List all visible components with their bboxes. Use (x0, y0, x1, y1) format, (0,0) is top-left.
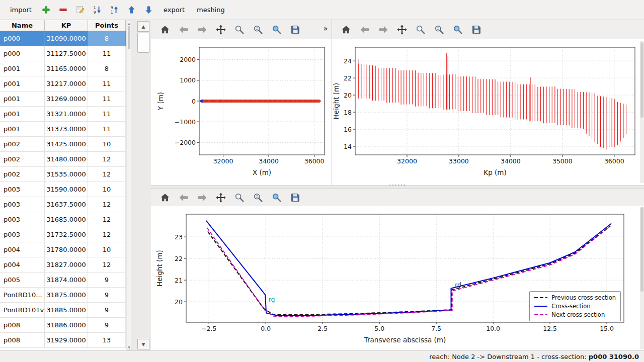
table-row[interactable]: p00331590.000010 (0, 182, 126, 197)
home-button[interactable] (158, 23, 172, 37)
pan-button[interactable] (214, 23, 228, 37)
svg-text:23: 23 (175, 233, 183, 241)
edit-parameters-button[interactable] (451, 23, 465, 37)
add-section-button[interactable] (39, 3, 54, 17)
profile-scrollbar[interactable] (640, 41, 644, 183)
table-row[interactable]: p00331732.500012 (0, 227, 126, 242)
save-button[interactable] (288, 191, 302, 205)
column-header-name[interactable]: Name (0, 20, 45, 31)
back-icon (178, 192, 189, 203)
back-button[interactable] (177, 23, 191, 37)
cell-name: p001 (0, 92, 45, 107)
pan-button[interactable] (214, 191, 228, 205)
toolbar-overflow-button[interactable]: » (321, 24, 330, 33)
scroll-up-button[interactable]: ▲ (137, 21, 149, 32)
table-row[interactable]: p00231535.000012 (0, 167, 126, 182)
svg-text:33000: 33000 (449, 157, 469, 165)
table-row[interactable]: p00231425.000010 (0, 137, 126, 152)
move-up-button[interactable] (124, 3, 139, 17)
status-text: reach: Node 2 -> Downstream 1 - cross-se… (429, 353, 589, 360)
svg-text:15.0: 15.0 (600, 325, 614, 332)
save-button[interactable] (469, 23, 484, 37)
edit-section-button[interactable] (73, 3, 88, 17)
zoom-button[interactable] (232, 191, 247, 205)
forward-button[interactable] (376, 23, 390, 37)
table-row[interactable]: p00031090.00008 (0, 31, 126, 46)
table-scrollbar-thumb[interactable] (128, 26, 130, 49)
forward-button[interactable] (195, 23, 209, 37)
scroll-down-arrow-icon[interactable]: ▼ (127, 345, 131, 349)
pan-button[interactable] (395, 23, 409, 37)
table-row[interactable]: p00331685.000012 (0, 212, 126, 227)
home-icon (159, 192, 171, 203)
configure-subplots-button[interactable] (251, 191, 265, 205)
table-row[interactable]: p00431780.000010 (0, 242, 126, 257)
cell-name: p003 (0, 227, 45, 242)
svg-text:−1000: −1000 (175, 118, 196, 126)
forward-button[interactable] (195, 191, 209, 205)
svg-text:22: 22 (175, 255, 183, 262)
longitudinal-profile-chart[interactable]: 3200033000340003500036000141618202224Kp … (332, 39, 644, 185)
meshing-button[interactable]: meshing (192, 4, 230, 16)
svg-text:−2000: −2000 (175, 139, 196, 146)
import-button[interactable]: import (5, 4, 37, 16)
remove-section-button[interactable] (56, 3, 71, 17)
edit-parameters-button[interactable] (270, 23, 284, 37)
cross-section-nav-toolbar (151, 189, 644, 206)
panel-scrollbar-thumb[interactable] (137, 33, 149, 53)
move-down-button[interactable] (141, 3, 156, 17)
save-button[interactable] (288, 23, 302, 37)
plan-view-chart[interactable]: 320003400036000−2000−1000010002000X (m)Y… (151, 39, 332, 185)
svg-text:X (m): X (m) (253, 168, 271, 176)
cell-kp: 31875.0000 (45, 288, 88, 303)
forward-icon (197, 192, 208, 203)
table-row[interactable]: p00131217.000011 (0, 76, 126, 92)
scroll-up-arrow-icon[interactable]: ▲ (127, 21, 131, 26)
table-row[interactable]: p00331637.500012 (0, 197, 126, 212)
table-row[interactable]: p00531874.00009 (0, 273, 126, 288)
column-header-points[interactable]: Points (88, 20, 126, 31)
home-button[interactable] (158, 191, 172, 205)
table-row[interactable]: p00831886.00009 (0, 318, 126, 333)
table-row[interactable]: PontRD10...31875.00009 (0, 288, 126, 303)
scroll-down-button[interactable]: ▼ (137, 339, 149, 349)
sort-descending-button[interactable] (90, 3, 105, 17)
table-row[interactable]: PontRD101v31885.00009 (0, 303, 126, 318)
splitter-handle[interactable]: ······ (151, 185, 644, 189)
table-scrollbar[interactable]: ▲ ▼ (127, 21, 131, 350)
cross-section-chart[interactable]: rgrd−2.50.02.55.07.510.012.515.020212223… (151, 206, 644, 350)
pan-icon (215, 192, 226, 203)
table-row[interactable]: p00031127.500011 (0, 46, 126, 61)
edit-parameters-icon (271, 192, 282, 203)
configure-subplots-icon (434, 24, 445, 35)
configure-subplots-button[interactable] (251, 23, 265, 37)
table-row[interactable]: p00131321.000011 (0, 107, 126, 122)
cell-name: p003 (0, 212, 45, 227)
zoom-button[interactable] (414, 23, 428, 37)
sections-table: Name KP Points p00031090.00008p00031127.… (0, 20, 126, 350)
cell-points: 9 (88, 288, 126, 303)
table-row[interactable]: p00431827.000012 (0, 257, 126, 273)
svg-text:24: 24 (344, 57, 352, 65)
edit-parameters-button[interactable] (270, 191, 284, 205)
home-button[interactable] (339, 23, 353, 37)
table-row[interactable]: p00231480.000012 (0, 152, 126, 167)
column-header-kp[interactable]: KP (45, 20, 88, 31)
back-button[interactable] (177, 191, 191, 205)
profile-scrollbar-thumb[interactable] (640, 42, 643, 118)
configure-subplots-button[interactable] (432, 23, 446, 37)
legend-entry: Previous cross-section (533, 294, 616, 301)
legend-label: Next cross-section (551, 311, 605, 318)
zoom-button[interactable] (232, 23, 247, 37)
sort-ascending-button[interactable] (107, 3, 122, 17)
table-row[interactable]: p00131373.000011 (0, 122, 126, 137)
back-button[interactable] (358, 23, 372, 37)
table-row[interactable]: p00131269.000011 (0, 92, 126, 107)
application-window: import export meshing Name KP Points p00… (0, 0, 644, 362)
table-row[interactable]: p00131165.00008 (0, 61, 126, 76)
export-button[interactable]: export (158, 4, 190, 16)
table-row[interactable]: p00831929.000013 (0, 333, 126, 348)
panel-scrollbar[interactable]: ▲ ▼ (137, 20, 149, 350)
cross-section-scrollbar[interactable] (640, 207, 644, 349)
cross-section-scrollbar-thumb[interactable] (640, 207, 643, 292)
